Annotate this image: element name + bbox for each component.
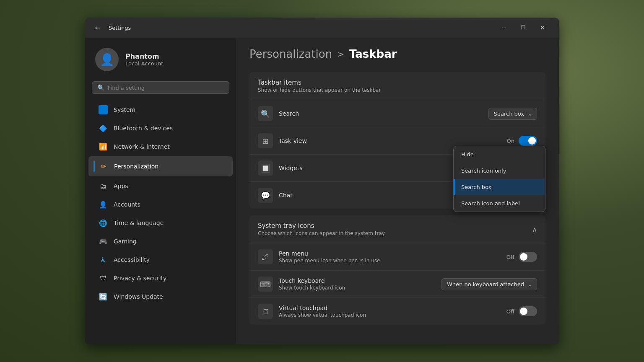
title-bar-left: ← Settings bbox=[92, 22, 131, 34]
pen-menu-info: Pen menu Show pen menu icon when pen is … bbox=[279, 250, 506, 264]
page-header: Personalization > Taskbar bbox=[249, 48, 545, 60]
content-area: 👤 Phantom Local Account 🔍 System 🔷 Bluet… bbox=[85, 38, 559, 344]
search-setting-control: Search box bbox=[488, 108, 537, 120]
taskview-icon: ⊞ bbox=[258, 133, 273, 148]
pen-menu-toggle-label: Off bbox=[506, 254, 514, 260]
personalization-icon: ✏️ bbox=[99, 162, 108, 171]
sidebar-item-label-accounts: Accounts bbox=[114, 201, 140, 208]
sidebar-item-label-bluetooth: Bluetooth & devices bbox=[114, 125, 173, 132]
update-icon: 🔄 bbox=[99, 292, 108, 301]
user-info: Phantom Local Account bbox=[125, 52, 163, 67]
breadcrumb-parent: Personalization bbox=[249, 48, 332, 60]
sidebar-item-label-personalization: Personalization bbox=[114, 163, 158, 170]
sidebar-item-bluetooth[interactable]: 🔷 Bluetooth & devices bbox=[88, 119, 233, 137]
search-dropdown-value: Search box bbox=[494, 111, 524, 117]
sidebar-item-system[interactable]: System bbox=[88, 101, 233, 119]
pen-menu-toggle-thumb bbox=[520, 253, 527, 261]
sidebar-item-personalization[interactable]: ✏️ Personalization bbox=[88, 156, 233, 176]
user-section: 👤 Phantom Local Account bbox=[85, 44, 236, 81]
sidebar-item-network[interactable]: 📶 Network & internet bbox=[88, 138, 233, 155]
breadcrumb-current: Taskbar bbox=[349, 48, 397, 60]
taskbar-items-desc: Show or hide buttons that appear on the … bbox=[258, 87, 381, 93]
window-title: Settings bbox=[109, 25, 131, 31]
accessibility-icon: ♿ bbox=[99, 255, 108, 264]
virtual-touchpad-toggle[interactable] bbox=[519, 306, 537, 316]
virtual-touchpad-row: 🖥 Virtual touchpad Always show virtual t… bbox=[249, 298, 545, 325]
sidebar-item-label-apps: Apps bbox=[114, 183, 128, 189]
sidebar-item-apps[interactable]: 🗂 Apps bbox=[88, 177, 233, 195]
search-setting-name: Search bbox=[279, 110, 488, 117]
chat-icon: 💬 bbox=[258, 188, 273, 203]
virtual-touchpad-icon: 🖥 bbox=[258, 304, 273, 319]
search-icon: 🔍 bbox=[97, 84, 104, 91]
bluetooth-icon: 🔷 bbox=[99, 124, 108, 133]
user-type: Local Account bbox=[125, 60, 163, 67]
section-collapse-button[interactable]: ∧ bbox=[532, 225, 537, 233]
dropdown-item-icon-only[interactable]: Search icon only bbox=[454, 163, 545, 179]
taskbar-items-header-text: Taskbar items Show or hide buttons that … bbox=[258, 79, 381, 93]
avatar-icon: 👤 bbox=[100, 53, 114, 67]
close-button[interactable]: ✕ bbox=[533, 21, 552, 34]
minimize-button[interactable]: — bbox=[494, 21, 514, 34]
search-setting-icon: 🔍 bbox=[258, 106, 273, 121]
pen-menu-icon: 🖊 bbox=[258, 249, 273, 264]
virtual-touchpad-info: Virtual touchpad Always show virtual tou… bbox=[279, 305, 506, 318]
active-indicator bbox=[93, 160, 95, 172]
system-icon bbox=[99, 105, 108, 114]
back-button[interactable]: ← bbox=[92, 22, 104, 34]
sidebar-item-update[interactable]: 🔄 Windows Update bbox=[88, 288, 233, 305]
pen-menu-toggle[interactable] bbox=[519, 252, 537, 262]
apps-icon: 🗂 bbox=[99, 181, 108, 191]
sidebar-item-label-time: Time & language bbox=[114, 220, 164, 226]
dropdown-item-hide[interactable]: Hide bbox=[454, 146, 545, 163]
virtual-touchpad-name: Virtual touchpad bbox=[279, 305, 506, 311]
pen-menu-control: Off bbox=[506, 252, 537, 262]
time-icon: 🌐 bbox=[99, 218, 108, 228]
search-box[interactable]: 🔍 bbox=[92, 81, 229, 94]
system-tray-header: System tray icons Choose which icons can… bbox=[249, 215, 545, 243]
dropdown-item-icon-label[interactable]: Search icon and label bbox=[454, 195, 545, 212]
touch-keyboard-desc: Show touch keyboard icon bbox=[279, 285, 441, 291]
virtual-touchpad-toggle-label: Off bbox=[506, 308, 514, 315]
sidebar-item-label-gaming: Gaming bbox=[114, 238, 137, 245]
pen-menu-desc: Show pen menu icon when pen is in use bbox=[279, 258, 506, 264]
sidebar-item-time[interactable]: 🌐 Time & language bbox=[88, 214, 233, 232]
sidebar-item-privacy[interactable]: 🛡 Privacy & security bbox=[88, 269, 233, 287]
privacy-icon: 🛡 bbox=[99, 274, 108, 283]
sidebar-item-accounts[interactable]: 👤 Accounts bbox=[88, 196, 233, 213]
taskview-toggle[interactable] bbox=[519, 136, 537, 146]
taskview-info: Task view bbox=[279, 137, 507, 144]
accounts-icon: 👤 bbox=[99, 200, 108, 209]
touch-keyboard-info: Touch keyboard Show touch keyboard icon bbox=[279, 277, 441, 291]
pen-menu-name: Pen menu bbox=[279, 250, 506, 257]
user-name: Phantom bbox=[125, 52, 163, 60]
sidebar-item-label-privacy: Privacy & security bbox=[114, 275, 166, 282]
system-tray-desc: Choose which icons can appear in the sys… bbox=[258, 230, 385, 236]
system-tray-section: System tray icons Choose which icons can… bbox=[249, 215, 545, 325]
touch-keyboard-row: ⌨ Touch keyboard Show touch keyboard ico… bbox=[249, 271, 545, 298]
sidebar-item-accessibility[interactable]: ♿ Accessibility bbox=[88, 251, 233, 269]
search-input[interactable] bbox=[108, 85, 224, 91]
touch-keyboard-name: Touch keyboard bbox=[279, 277, 441, 284]
title-bar: ← Settings — ❐ ✕ bbox=[85, 18, 559, 38]
sidebar-item-gaming[interactable]: 🎮 Gaming bbox=[88, 233, 233, 250]
maximize-button[interactable]: ❐ bbox=[514, 21, 533, 34]
settings-window: ← Settings — ❐ ✕ 👤 Phantom Local Account bbox=[85, 18, 559, 344]
breadcrumb-separator: > bbox=[337, 49, 344, 59]
sidebar: 👤 Phantom Local Account 🔍 System 🔷 Bluet… bbox=[85, 38, 236, 344]
dropdown-item-search-box[interactable]: Search box bbox=[454, 179, 545, 195]
search-setting-row: 🔍 Search Search box bbox=[249, 100, 545, 127]
search-dropdown[interactable]: Search box bbox=[488, 108, 537, 120]
sidebar-item-label-update: Windows Update bbox=[114, 293, 163, 300]
taskview-name: Task view bbox=[279, 137, 507, 144]
touch-keyboard-icon: ⌨ bbox=[258, 277, 273, 292]
system-tray-header-text: System tray icons Choose which icons can… bbox=[258, 222, 385, 236]
main-content: Personalization > Taskbar Taskbar items … bbox=[236, 38, 559, 344]
pen-menu-row: 🖊 Pen menu Show pen menu icon when pen i… bbox=[249, 243, 545, 271]
taskview-control: On bbox=[507, 136, 537, 146]
avatar: 👤 bbox=[95, 48, 119, 71]
touch-keyboard-dropdown[interactable]: When no keyboard attached bbox=[441, 278, 537, 290]
touch-keyboard-dropdown-value: When no keyboard attached bbox=[447, 281, 524, 287]
virtual-touchpad-toggle-thumb bbox=[520, 308, 527, 315]
taskview-toggle-label: On bbox=[507, 138, 514, 144]
